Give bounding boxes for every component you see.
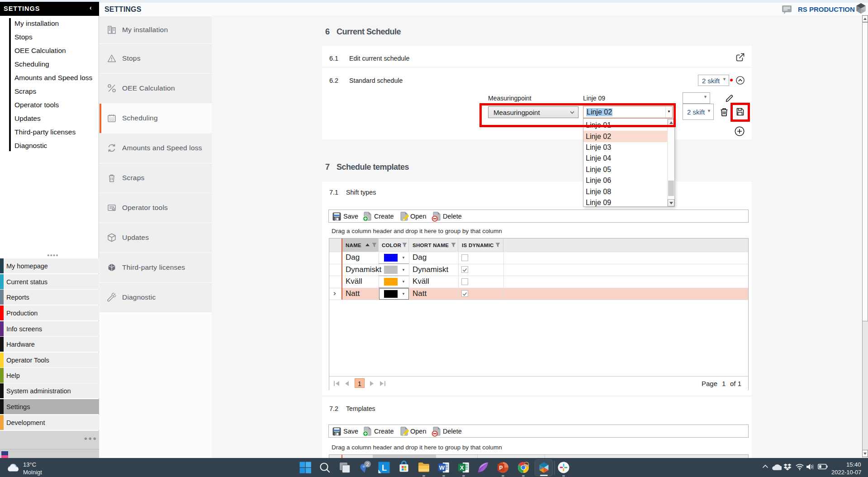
svg-text:L: L — [382, 463, 387, 472]
svg-text:2: 2 — [366, 462, 369, 467]
svg-text:W: W — [439, 464, 445, 471]
svg-text:P: P — [499, 465, 503, 471]
svg-text:X: X — [460, 464, 464, 471]
